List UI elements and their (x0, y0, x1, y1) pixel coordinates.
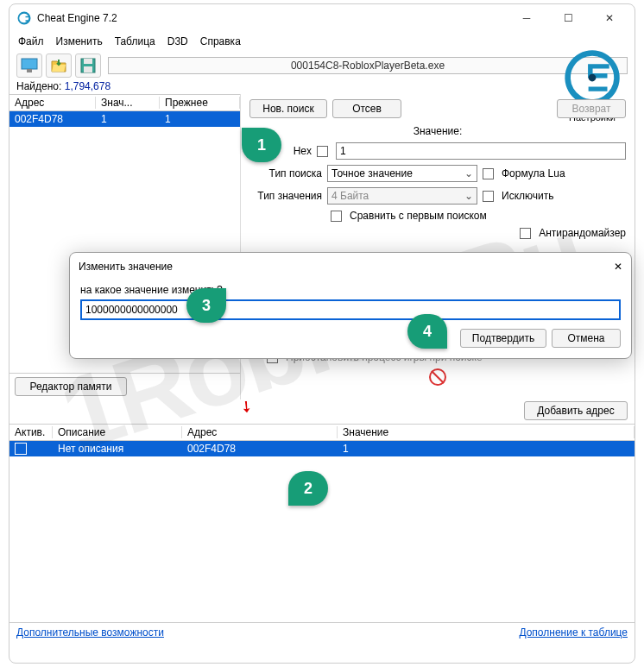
next-scan-button[interactable]: Отсев (332, 99, 401, 118)
row-active-checkbox[interactable] (15, 443, 27, 455)
stop-icon (429, 368, 446, 386)
menu-file[interactable]: Файл (18, 35, 44, 47)
svg-point-5 (589, 74, 597, 82)
window-controls: ─ ☐ ✕ (514, 9, 628, 27)
antirandomizer-checkbox[interactable] (520, 228, 531, 239)
cheat-table-body[interactable]: Нет описания 002F4D78 1 (9, 441, 635, 622)
close-button[interactable]: ✕ (597, 9, 622, 27)
exclude-label: Исключить (502, 190, 553, 202)
callout-3: 3 (186, 288, 226, 323)
maximize-button[interactable]: ☐ (555, 9, 581, 27)
new-scan-button[interactable]: Нов. поиск (249, 99, 327, 118)
lua-formula-checkbox[interactable] (483, 168, 494, 179)
row-value: 1 (338, 443, 354, 455)
menu-edit[interactable]: Изменить (56, 35, 103, 47)
menubar: Файл Изменить Таблица D3D Справка (9, 32, 635, 51)
row-address: 002F4D78 (9, 113, 96, 125)
value-type-label: Тип значения (249, 190, 322, 202)
menu-d3d[interactable]: D3D (167, 35, 188, 47)
svg-rect-3 (84, 59, 92, 64)
cheat-table-row[interactable]: Нет описания 002F4D78 1 (9, 441, 635, 456)
col-value[interactable]: Знач... (96, 97, 160, 109)
lua-formula-label: Формула Lua (502, 167, 565, 179)
exclude-checkbox[interactable] (483, 191, 494, 202)
menu-help[interactable]: Справка (200, 35, 241, 47)
dialog-prompt: на какое значение изменить? (80, 284, 621, 296)
row-value: 1 (96, 113, 160, 125)
monitor-icon (21, 58, 38, 73)
dialog-titlebar: Изменить значение ✕ (70, 253, 631, 280)
row-desc: Нет описания (53, 443, 182, 455)
memory-editor-button[interactable]: Редактор памяти (15, 377, 127, 396)
callout-2: 2 (288, 471, 328, 506)
change-value-dialog: Изменить значение ✕ на какое значение из… (69, 252, 632, 359)
cheat-table-header: Актив. Описание Адрес Значение (9, 424, 635, 441)
value-type-value: 4 Байта (331, 190, 369, 202)
open-process-button[interactable] (16, 53, 42, 78)
titlebar: Cheat Engine 7.2 ─ ☐ ✕ (9, 4, 635, 32)
floppy-icon (80, 58, 96, 73)
folder-open-icon (50, 58, 67, 73)
col-previous[interactable]: Прежнее (160, 97, 240, 109)
svg-rect-1 (27, 69, 32, 72)
menu-table[interactable]: Таблица (115, 35, 155, 47)
app-icon (16, 10, 32, 26)
col-value[interactable]: Значение (338, 426, 635, 438)
svg-rect-4 (84, 66, 92, 72)
callout-1: 1 (242, 128, 281, 162)
scan-type-label: Тип поиска (249, 167, 322, 179)
row-prev: 1 (160, 113, 176, 125)
result-list-header: Адрес Знач... Прежнее (9, 94, 240, 111)
col-desc[interactable]: Описание (53, 426, 182, 438)
found-label: Найдено: (16, 80, 61, 92)
dialog-title: Изменить значение (79, 261, 173, 273)
footer: Дополнительные возможности Дополнение к … (9, 622, 635, 641)
col-address[interactable]: Адрес (182, 426, 338, 438)
minimize-button[interactable]: ─ (514, 9, 540, 27)
save-button[interactable] (75, 53, 101, 78)
found-count: 1,794,678 (65, 80, 110, 92)
result-row[interactable]: 002F4D78 1 1 (9, 111, 240, 127)
svg-rect-0 (22, 59, 37, 69)
row-address: 002F4D78 (182, 443, 338, 455)
scan-type-value: Точное значение (331, 167, 413, 179)
compare-first-label: Сравнить с первым поиском (350, 210, 487, 222)
callout-4: 4 (407, 314, 447, 349)
compare-first-checkbox[interactable] (331, 211, 342, 222)
dialog-ok-button[interactable]: Подтвердить (460, 329, 546, 348)
window-title: Cheat Engine 7.2 (37, 12, 514, 24)
undo-scan-button[interactable]: Возврат (557, 99, 626, 118)
value-label: Значение: (414, 125, 463, 137)
dialog-value-input[interactable] (80, 299, 621, 320)
advanced-options-link[interactable]: Дополнительные возможности (16, 626, 164, 639)
value-input[interactable] (336, 142, 626, 160)
col-address[interactable]: Адрес (9, 97, 96, 109)
antirandomizer-label: Антирандомайзер (539, 227, 626, 239)
process-display[interactable]: 000154C8-RobloxPlayerBeta.exe (108, 57, 628, 74)
found-count-row: Найдено: 1,794,678 (9, 80, 635, 94)
dialog-close-button[interactable]: ✕ (614, 261, 622, 273)
dialog-cancel-button[interactable]: Отмена (552, 329, 621, 348)
chevron-down-icon: ⌄ (464, 167, 473, 179)
toolbar: 000154C8-RobloxPlayerBeta.exe (9, 51, 635, 80)
value-type-select[interactable]: 4 Байта ⌄ (327, 187, 477, 205)
table-extension-link[interactable]: Дополнение к таблице (519, 626, 628, 639)
process-name: 000154C8-RobloxPlayerBeta.exe (291, 60, 445, 72)
scan-type-select[interactable]: Точное значение ⌄ (327, 165, 477, 182)
open-file-button[interactable] (46, 53, 72, 78)
chevron-down-icon: ⌄ (464, 190, 473, 202)
col-active[interactable]: Актив. (9, 426, 53, 438)
add-address-button[interactable]: Добавить адрес (524, 401, 628, 420)
hex-checkbox[interactable] (317, 146, 328, 157)
